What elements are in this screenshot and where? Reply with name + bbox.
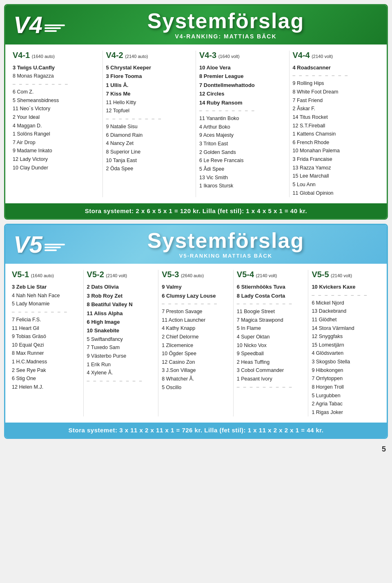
race-header-1: V5-1 (1640 auto) xyxy=(12,270,80,279)
list-item: 8 Whatcher Å. xyxy=(162,375,230,383)
race-column-3: V5-3 (2640 auto)9 Valmy6 Clumsy Lazy Lou… xyxy=(158,270,234,416)
v5-subtitle: V5-RANKING MATTIAS BÄCK xyxy=(73,253,379,259)
race-header-2: V5-2 (2140 volt) xyxy=(87,270,155,279)
list-item: 2 Chief Delorme xyxy=(162,333,230,341)
v5-footer: Stora systemet: 3 x 11 x 2 x 11 x 1 = 72… xyxy=(5,423,387,438)
list-item: 13 Dackebrand xyxy=(312,307,380,316)
list-item: 15 Lomestjärn xyxy=(312,341,380,349)
list-item: 4 Nancy Zet xyxy=(106,139,193,148)
list-item: 11 Action Launcher xyxy=(162,316,230,325)
race-title-4: V5-4 (2140 volt) xyxy=(237,270,305,279)
list-item: 2 Heas Tuffing xyxy=(237,358,305,367)
list-item: 9 Natalie Sisu xyxy=(106,122,193,131)
race-column-4: V5-4 (2140 volt)6 Stiernhööks Tuva8 Lady… xyxy=(234,270,309,416)
race-title-4: V4-4 (2140 volt) xyxy=(293,51,380,60)
list-item: 2 Åskar F. xyxy=(293,105,380,113)
list-item: 2 Your Ideal xyxy=(13,113,99,122)
list-item: 11 Glödhet xyxy=(312,316,380,324)
list-item: 9 Rolling Hips xyxy=(293,79,380,88)
race-title-1: V5-1 (1640 auto) xyxy=(12,270,80,279)
list-item: 8 White Foot Dream xyxy=(293,88,380,96)
v5-logo-line-3 xyxy=(45,249,57,251)
list-item: – – – – – – – – – xyxy=(199,108,286,113)
v4-footer: Stora systemet: 2 x 6 x 5 x 1 = 120 kr. … xyxy=(5,203,387,218)
list-item: 14 Ruby Ransom xyxy=(199,98,286,107)
race-column-1: V5-1 (1640 auto)3 Zeb Lie Star4 Nah Neh … xyxy=(9,270,84,416)
list-item: 7 Preston Savage xyxy=(162,307,230,316)
list-item: 3 Triton East xyxy=(199,140,286,148)
list-item: 8 Lady Costa Corta xyxy=(237,292,305,300)
list-item: 11 Neo´s Victory xyxy=(13,105,99,113)
list-item: 6 Com Z. xyxy=(13,88,99,96)
race-column-3: V4-3 (1640 volt)10 Aloe Vera8 Premier Le… xyxy=(196,51,290,197)
list-item: – – – – – – – – – xyxy=(13,81,99,87)
list-item: – – – – – – – – – xyxy=(106,116,193,122)
list-item: 8 Beatiful Valley N xyxy=(87,300,155,309)
list-item: 13 Razza Yamoz xyxy=(293,164,380,172)
v5-logo-lines xyxy=(45,244,65,251)
list-item: 5 Lady Monamie xyxy=(12,300,80,308)
list-item: 12 Lady Victory xyxy=(13,155,99,164)
v4-content: V4-1 (1640 auto)3 Twigs U.Canfly8 Monas … xyxy=(5,45,387,203)
list-item: 9 Hibokongen xyxy=(312,366,380,375)
v5-content: V5-1 (1640 auto)3 Zeb Lie Star4 Nah Neh … xyxy=(5,264,387,423)
v4-subtitle: V4-RANKING: MATTIAS BÄCK xyxy=(73,33,379,40)
v5-logo-text: V5 xyxy=(13,233,42,256)
list-item: 4 Roadscanner xyxy=(293,63,380,72)
list-item: 7 Kiss Me xyxy=(106,89,193,98)
list-item: 8 Max Runner xyxy=(12,349,80,358)
race-column-4: V4-4 (2140 volt)4 Roadscanner– – – – – –… xyxy=(290,51,383,197)
list-item: – – – – – – – – – xyxy=(293,73,380,78)
page-number: 5 xyxy=(0,443,392,456)
v4-logo-line-3 xyxy=(45,30,57,32)
list-item: 3 J.Son Village xyxy=(162,366,230,375)
list-item: 6 Mickel Njord xyxy=(312,299,380,307)
list-item: 7 Tuxedo Sam xyxy=(87,343,155,352)
list-item: 7 Magica Strawpond xyxy=(237,316,305,325)
race-header-4: V5-4 (2140 volt) xyxy=(237,270,305,279)
v4-logo-lines xyxy=(45,24,65,32)
list-item: 10 Snakebite xyxy=(87,326,155,335)
list-item: 10 Equal Qezi xyxy=(12,341,80,349)
race-title-1: V4-1 (1640 auto) xyxy=(13,51,99,60)
list-item: 3 Cobol Commander xyxy=(237,366,305,375)
list-item: 13 Vic Smith xyxy=(199,174,286,182)
list-item: 1 Ikaros Stursk xyxy=(199,182,286,190)
list-item: – – – – – – – – – xyxy=(87,378,155,384)
v5-logo: V5 xyxy=(13,233,65,256)
list-item: 4 Maggan D. xyxy=(13,122,99,130)
list-item: 1 Solöns Rangel xyxy=(13,130,99,138)
v5-section: V5 Systemförslag V5-RANKING MATTIAS BÄCK… xyxy=(4,224,388,439)
list-item: 2 See Rye Pak xyxy=(12,366,80,375)
list-item: 1 Erik Run xyxy=(87,360,155,369)
v4-main-title: Systemförslag xyxy=(73,10,379,31)
list-item: 2 Dats Olivia xyxy=(87,283,155,291)
race-header-5: V5-5 (2140 volt) xyxy=(312,270,380,279)
list-item: 9 Tobias Gräsö xyxy=(12,332,80,341)
list-item: 8 Premier League xyxy=(199,72,286,80)
list-item: 3 Rob Roy Zet xyxy=(87,292,155,300)
list-item: 8 Horgen Troll xyxy=(312,383,380,392)
list-item: 12 Snyggfaks xyxy=(312,332,380,341)
v5-main-title: Systemförslag xyxy=(73,230,379,251)
list-item: 2 Öda Spee xyxy=(106,165,193,173)
race-header-2: V4-2 (2140 auto) xyxy=(106,51,193,60)
list-item: – – – – – – – – – xyxy=(237,301,305,307)
list-item: 1 Rigas Joker xyxy=(312,408,380,417)
race-header-4: V4-4 (2140 volt) xyxy=(293,51,380,60)
list-item: 9 Aces Majesty xyxy=(199,131,286,140)
list-item: 14 Stora Värmland xyxy=(312,324,380,333)
race-header-3: V4-3 (1640 volt) xyxy=(199,51,286,60)
list-item: 7 Air Drop xyxy=(13,138,99,147)
list-item: 11 Global Opinion xyxy=(293,189,380,198)
list-item: 4 Glödsvarten xyxy=(312,349,380,358)
list-item: 4 Nah Neh Nah Face xyxy=(12,292,80,300)
v4-logo-line-1 xyxy=(45,24,65,26)
list-item: 4 Arthur Boko xyxy=(199,123,286,131)
list-item: 6 French Rhode xyxy=(293,138,380,147)
list-item: 2 Golden Sands xyxy=(199,148,286,157)
list-item: 4 Super Oktan xyxy=(237,333,305,341)
list-item: 8 Monas Ragazza xyxy=(13,72,99,80)
race-title-2: V5-2 (2140 volt) xyxy=(87,270,155,279)
list-item: – – – – – – – – – xyxy=(12,309,80,315)
